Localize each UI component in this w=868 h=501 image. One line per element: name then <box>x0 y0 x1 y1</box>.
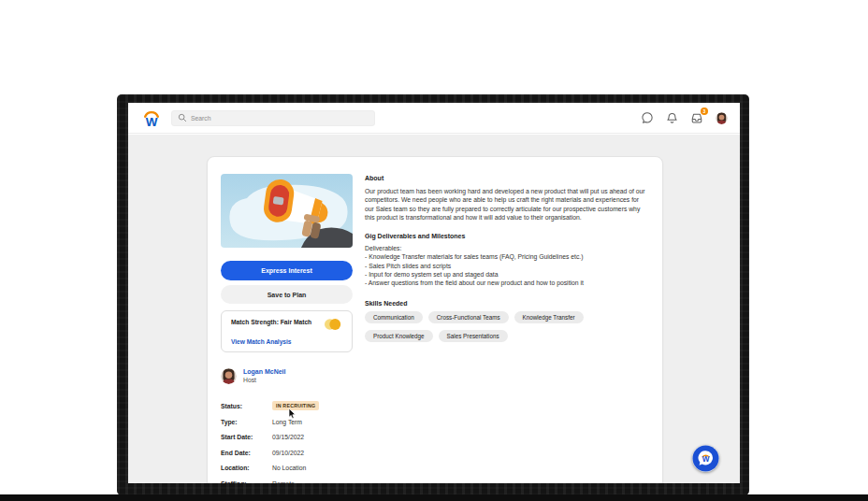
deliverable-item: - Sales Pitch slides and scripts <box>365 262 647 270</box>
detail-row: End Date:09/10/2022 <box>221 450 353 465</box>
skill-tag[interactable]: Sales Presentations <box>439 330 508 342</box>
host-role: Host <box>243 377 286 385</box>
app-window: W <box>128 103 740 483</box>
workday-assistant-button[interactable]: W <box>692 445 719 472</box>
gig-description-column: About Our product team has been working … <box>365 175 647 342</box>
detail-value: No Location <box>272 465 306 471</box>
bottom-border-strip <box>0 494 868 501</box>
deliverable-item: - Knowledge Transfer materials for sales… <box>365 252 647 261</box>
detail-value: 09/10/2022 <box>272 450 304 456</box>
detail-label: Type: <box>221 419 272 425</box>
view-match-analysis-link[interactable]: View Match Analysis <box>231 338 292 345</box>
deliverables-intro: Deliverables: <box>365 244 647 252</box>
gig-summary-column: Express Interest Save to Plan Match Stre… <box>221 157 353 483</box>
megaphone-illustration <box>221 174 353 248</box>
skills-tag-list: CommunicationCross-Functional TeamsKnowl… <box>365 311 636 342</box>
match-strength-card: Match Strength: Fair Match View Match An… <box>221 310 353 352</box>
inbox-tray-icon[interactable]: 3 <box>690 111 703 124</box>
skill-tag[interactable]: Communication <box>365 311 423 323</box>
topbar-icons: 3 <box>641 111 728 124</box>
skills-heading: Skills Needed <box>365 300 647 307</box>
skill-tag[interactable]: Knowledge Transfer <box>514 311 584 323</box>
assistant-logo-letter: W <box>702 455 710 464</box>
detail-label: Status: <box>221 403 272 409</box>
about-heading: About <box>365 175 647 181</box>
search-input[interactable] <box>191 115 359 122</box>
detail-label: Staffing: <box>221 480 272 484</box>
detail-row: Location:No Location <box>221 465 353 480</box>
detail-label: Location: <box>221 465 272 471</box>
skill-tag[interactable]: Product Knowledge <box>365 330 433 342</box>
detail-row: Status:IN RECRUITING <box>221 403 353 419</box>
gig-detail-card: Express Interest Save to Plan Match Stre… <box>207 156 663 483</box>
deliverables-heading: Gig Deliverables and Milestones <box>365 233 647 239</box>
detail-value: 03/15/2022 <box>272 434 304 440</box>
deliverable-item: - Input for demo system set up and stage… <box>365 270 647 279</box>
page-background: Express Interest Save to Plan Match Stre… <box>128 135 740 483</box>
detail-label: End Date: <box>221 450 272 456</box>
detail-value: Remote <box>272 480 295 484</box>
match-strength-icon <box>323 318 342 331</box>
workday-logo[interactable]: W <box>141 109 162 127</box>
match-strength-label: Match Strength: Fair Match <box>231 319 311 325</box>
deliverable-item: - Answer questions from the field about … <box>365 279 647 287</box>
express-interest-button[interactable]: Express Interest <box>221 261 353 280</box>
deliverables-list: - Knowledge Transfer materials for sales… <box>365 252 647 287</box>
detail-row: Type:Long Term <box>221 419 353 435</box>
profile-avatar[interactable] <box>716 112 728 124</box>
detail-row: Start Date:03/15/2022 <box>221 434 353 450</box>
inbox-badge: 3 <box>701 107 708 115</box>
detail-row: Staffing:Remote <box>221 480 353 484</box>
skill-tag[interactable]: Cross-Functional Teams <box>428 311 509 323</box>
bell-icon[interactable] <box>666 112 678 124</box>
gig-details-list: Status:IN RECRUITINGType:Long TermStart … <box>221 403 353 483</box>
about-body: Our product team has been working hard a… <box>365 187 647 222</box>
detail-label: Start Date: <box>221 434 272 440</box>
host-avatar[interactable] <box>221 368 237 384</box>
mouse-cursor <box>288 407 297 423</box>
chat-bubble-icon[interactable] <box>641 111 654 124</box>
search-bar[interactable] <box>171 110 375 126</box>
save-to-plan-button[interactable]: Save to Plan <box>221 285 353 304</box>
host-row: Logan McNeil Host <box>221 368 353 384</box>
top-bar: W <box>128 103 740 134</box>
search-icon <box>178 113 187 122</box>
logo-letter: W <box>146 114 158 127</box>
host-name-link[interactable]: Logan McNeil <box>243 368 286 377</box>
detail-value: Long Term <box>272 419 302 425</box>
